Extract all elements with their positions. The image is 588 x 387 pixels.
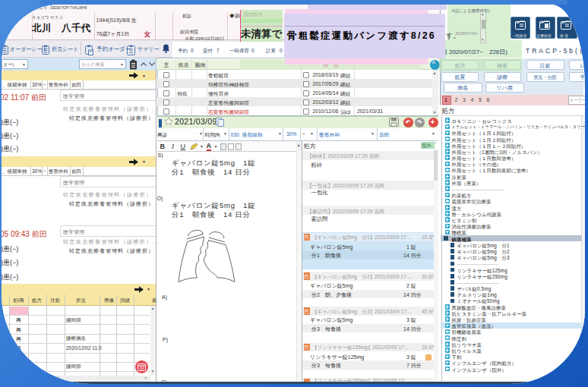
- svg-text:10: 10: [140, 366, 144, 370]
